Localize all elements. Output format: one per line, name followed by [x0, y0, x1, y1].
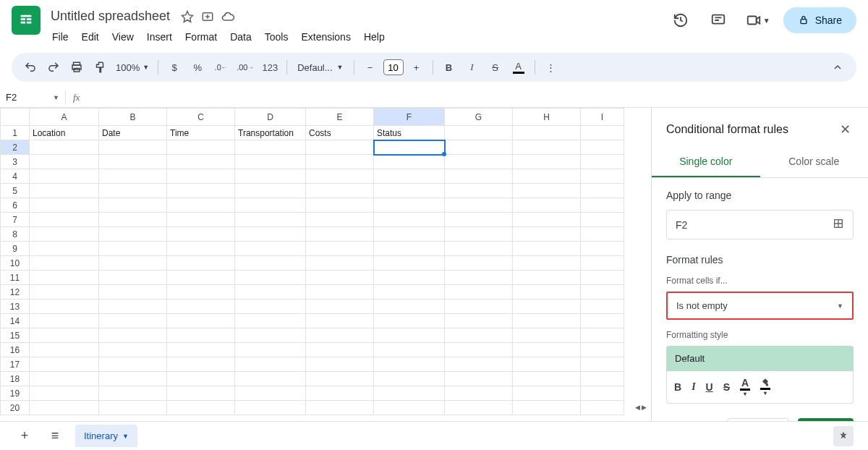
cell-B1[interactable]: Date — [99, 126, 167, 140]
cell-I11[interactable] — [581, 271, 624, 285]
range-input[interactable]: F2 — [666, 210, 854, 239]
cell-F17[interactable] — [374, 357, 445, 372]
cell-I18[interactable] — [581, 372, 624, 386]
cell-A11[interactable] — [30, 271, 99, 285]
font-select[interactable]: Defaul...▼ — [293, 62, 347, 73]
menu-insert[interactable]: Insert — [141, 28, 178, 46]
cell-G4[interactable] — [445, 169, 513, 184]
cell-I20[interactable] — [581, 401, 624, 415]
menu-edit[interactable]: Edit — [76, 28, 105, 46]
cell-E20[interactable] — [306, 401, 374, 415]
cell-D7[interactable] — [235, 213, 306, 227]
strike-button[interactable]: S — [485, 57, 506, 77]
cell-B15[interactable] — [99, 328, 167, 343]
cell-H17[interactable] — [513, 357, 581, 372]
col-header-D[interactable]: D — [235, 109, 306, 126]
cell-H1[interactable] — [513, 126, 581, 140]
cell-C10[interactable] — [167, 256, 235, 271]
cell-C17[interactable] — [167, 357, 235, 372]
star-icon[interactable] — [180, 9, 195, 24]
menu-data[interactable]: Data — [224, 28, 258, 46]
cell-D4[interactable] — [235, 169, 306, 184]
cell-E18[interactable] — [306, 372, 374, 386]
cell-A4[interactable] — [30, 169, 99, 184]
cell-C5[interactable] — [167, 184, 235, 198]
cell-I15[interactable] — [581, 328, 624, 343]
row-header-1[interactable]: 1 — [1, 126, 30, 140]
cell-G19[interactable] — [445, 386, 513, 401]
row-header-4[interactable]: 4 — [1, 169, 30, 184]
cell-H15[interactable] — [513, 328, 581, 343]
cell-I2[interactable] — [581, 140, 624, 155]
cell-I17[interactable] — [581, 357, 624, 372]
cell-F6[interactable] — [374, 198, 445, 213]
cell-A20[interactable] — [30, 401, 99, 415]
cell-B2[interactable] — [99, 140, 167, 155]
cell-G2[interactable] — [445, 140, 513, 155]
cell-H8[interactable] — [513, 227, 581, 242]
cell-G8[interactable] — [445, 227, 513, 242]
cell-C8[interactable] — [167, 227, 235, 242]
row-header-7[interactable]: 7 — [1, 213, 30, 227]
cell-E8[interactable] — [306, 227, 374, 242]
cell-H13[interactable] — [513, 300, 581, 314]
cell-I16[interactable] — [581, 343, 624, 357]
cell-D15[interactable] — [235, 328, 306, 343]
cell-C20[interactable] — [167, 401, 235, 415]
cell-F9[interactable] — [374, 242, 445, 256]
history-icon[interactable] — [666, 6, 695, 35]
row-header-20[interactable]: 20 — [1, 401, 30, 415]
row-header-9[interactable]: 9 — [1, 242, 30, 256]
row-header-18[interactable]: 18 — [1, 372, 30, 386]
cell-E13[interactable] — [306, 300, 374, 314]
cell-C6[interactable] — [167, 198, 235, 213]
row-header-10[interactable]: 10 — [1, 256, 30, 271]
decrease-font-button[interactable]: − — [360, 57, 380, 77]
cell-E6[interactable] — [306, 198, 374, 213]
row-header-11[interactable]: 11 — [1, 271, 30, 285]
cell-I10[interactable] — [581, 256, 624, 271]
cell-C2[interactable] — [167, 140, 235, 155]
font-size-input[interactable] — [383, 59, 404, 75]
cell-H11[interactable] — [513, 271, 581, 285]
undo-button[interactable] — [20, 57, 41, 77]
col-header-F[interactable]: F — [374, 109, 445, 126]
decrease-decimal-button[interactable]: .0← — [210, 57, 231, 77]
cell-A2[interactable] — [30, 140, 99, 155]
col-header-B[interactable]: B — [99, 109, 167, 126]
cell-B10[interactable] — [99, 256, 167, 271]
style-underline-button[interactable]: U — [706, 381, 713, 393]
select-all-corner[interactable] — [1, 109, 30, 126]
currency-button[interactable]: $ — [164, 57, 184, 77]
print-button[interactable] — [67, 57, 87, 77]
cell-B17[interactable] — [99, 357, 167, 372]
cell-B18[interactable] — [99, 372, 167, 386]
cell-D18[interactable] — [235, 372, 306, 386]
cell-G1[interactable] — [445, 126, 513, 140]
cell-H14[interactable] — [513, 314, 581, 328]
cell-I7[interactable] — [581, 213, 624, 227]
col-header-E[interactable]: E — [306, 109, 374, 126]
all-sheets-button[interactable]: ≡ — [45, 426, 65, 446]
cell-B13[interactable] — [99, 300, 167, 314]
cell-A1[interactable]: Location — [30, 126, 99, 140]
row-header-19[interactable]: 19 — [1, 386, 30, 401]
cell-D20[interactable] — [235, 401, 306, 415]
share-button[interactable]: Share — [783, 7, 856, 33]
cloud-icon[interactable] — [221, 9, 235, 24]
cell-B7[interactable] — [99, 213, 167, 227]
cell-E1[interactable]: Costs — [306, 126, 374, 140]
name-box[interactable]: F2▼ — [0, 92, 65, 103]
cell-D14[interactable] — [235, 314, 306, 328]
style-strike-button[interactable]: S — [723, 381, 730, 393]
cell-A9[interactable] — [30, 242, 99, 256]
row-header-17[interactable]: 17 — [1, 357, 30, 372]
cell-F3[interactable] — [374, 155, 445, 169]
cell-A7[interactable] — [30, 213, 99, 227]
cell-F1[interactable]: Status — [374, 126, 445, 140]
cell-C11[interactable] — [167, 271, 235, 285]
cell-E2[interactable] — [306, 140, 374, 155]
paint-format-button[interactable] — [90, 57, 110, 77]
cell-H2[interactable] — [513, 140, 581, 155]
cell-E14[interactable] — [306, 314, 374, 328]
